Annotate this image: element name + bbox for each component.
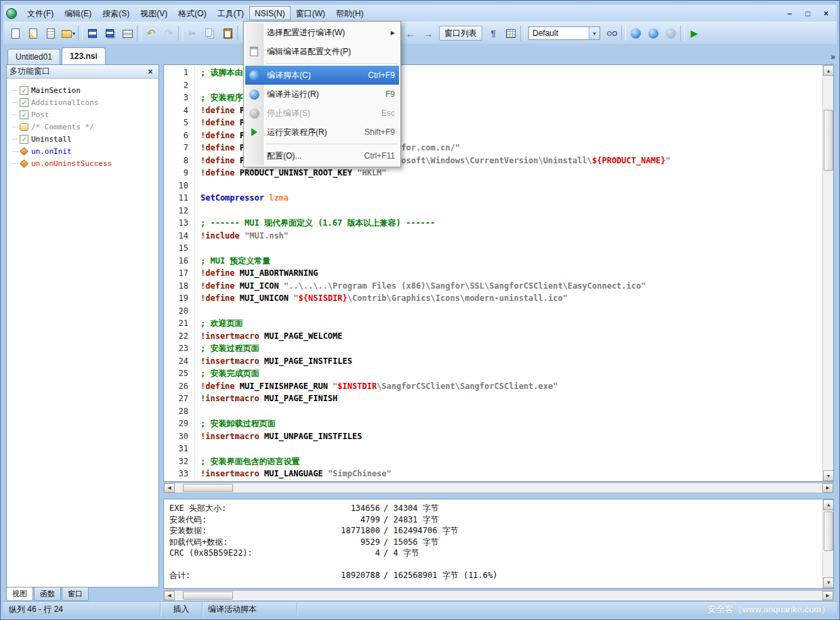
panel-tab-view[interactable]: 视图 (6, 587, 33, 601)
tree-connector (12, 90, 18, 91)
line-number: 5 (164, 117, 195, 129)
panel-close-icon[interactable]: × (145, 66, 156, 77)
window-list-button[interactable]: 窗口列表 (439, 26, 482, 41)
code-line: 11SetCompressor lzma (164, 192, 822, 205)
checkbox-checked-icon[interactable]: ✓ (20, 86, 28, 95)
menubar-item-menu-window[interactable]: 窗口(W) (291, 6, 331, 20)
nav-forward-button[interactable]: → (419, 25, 437, 41)
menubar-item-menu-format[interactable]: 格式(O) (173, 6, 211, 20)
menubar-item-menu-view[interactable]: 视图(V) (135, 6, 173, 20)
menubar-item-menu-search[interactable]: 搜索(S) (97, 6, 135, 20)
close-button[interactable]: × (817, 7, 835, 19)
tree-item-label: /* Comments */ (31, 123, 94, 131)
editor-horizontal-scrollbar[interactable]: ◀ ▶ (163, 482, 834, 493)
code-token (328, 381, 333, 391)
code-token: MUI_FINISHPAGE_RUN (240, 381, 328, 391)
syntax-combo[interactable]: Default▾ (528, 26, 600, 40)
tree-item-un-onuninstsuccess[interactable]: un.onUninstSuccess (12, 157, 156, 169)
code-line: 24!insertmacro MUI_PAGE_INSTFILES (164, 355, 822, 368)
output-label: 安装数据: (169, 525, 271, 537)
output-value: 18771800 (271, 525, 383, 537)
menubar-item-menu-help[interactable]: 帮助(H) (331, 6, 369, 20)
run-installer-button[interactable]: ▶ (686, 25, 703, 41)
scroll-left-icon[interactable]: ◀ (164, 483, 175, 493)
open-file-button[interactable]: ▾ (60, 25, 77, 41)
scroll-down-icon[interactable]: ▼ (823, 577, 834, 588)
paragraph-icon: ¶ (490, 28, 495, 39)
menubar-item-menu-nsis[interactable]: NSIS(N) (249, 6, 291, 20)
code-token: !define (201, 381, 235, 391)
line-number: 32 (164, 455, 195, 468)
output-vertical-scrollbar[interactable]: ▲ ▼ (822, 499, 833, 588)
scroll-right-icon[interactable]: ▶ (822, 483, 833, 493)
grid-icon (506, 29, 516, 38)
output-row (169, 559, 832, 571)
save-all-button[interactable] (101, 25, 119, 41)
compile-run-button[interactable] (644, 25, 662, 41)
scroll-up-icon[interactable]: ▲ (823, 499, 834, 510)
line-number: 2 (164, 79, 195, 92)
menu-item-compile-script[interactable]: 编译脚本(C)Ctrl+F9 (245, 66, 399, 85)
menubar-item-menu-file[interactable]: 文件(F) (22, 6, 59, 20)
minimize-button[interactable]: – (780, 7, 799, 19)
code-token: " (665, 156, 670, 165)
editor-vertical-scrollbar[interactable]: ▲ ▼ (822, 65, 833, 481)
code-token: !include (201, 231, 240, 241)
nav-back-button[interactable]: ← (402, 25, 419, 41)
code-line: 17!define MUI_ABORTWARNING (164, 267, 822, 280)
scroll-left-icon[interactable]: ◀ (164, 591, 175, 600)
scroll-down-icon[interactable]: ▼ (823, 470, 834, 481)
chevron-down-icon[interactable]: ▾ (589, 27, 600, 39)
grid-button[interactable] (502, 25, 520, 41)
open-file-icon (62, 30, 72, 38)
panel-tab-functions[interactable]: 函数 (34, 587, 61, 601)
output-horizontal-scrollbar[interactable]: ◀ ▶ (163, 590, 834, 601)
nav-back-icon: ← (406, 28, 416, 39)
preview-button[interactable] (603, 25, 621, 41)
tab-untitled01[interactable]: Untitled01 (7, 49, 60, 64)
menu-item-edit-config-file[interactable]: 编辑编译器配置文件(P) (245, 42, 399, 61)
new-file-button[interactable] (7, 25, 24, 41)
new-from-wizard-button[interactable] (24, 25, 42, 41)
scrollbar-thumb[interactable] (824, 512, 833, 551)
tab-overflow-chevron[interactable]: » (831, 52, 835, 64)
print-button[interactable] (119, 25, 136, 41)
restore-button[interactable]: □ (799, 7, 817, 19)
status-cells: 纵列 46 - 行 24插入编译活动脚本 (3, 602, 297, 617)
menubar-item-menu-edit[interactable]: 编辑(E) (59, 6, 97, 20)
checkbox-checked-icon[interactable]: ✓ (20, 98, 28, 107)
panel-bottom-tabs: 视图函数窗口 (6, 587, 89, 601)
scrollbar-thumb[interactable] (183, 484, 233, 492)
menu-item-compile-and-run[interactable]: 编译并运行(R)F9 (245, 85, 399, 104)
tree-item-un-oninit[interactable]: un.onInit (12, 145, 156, 157)
chevron-down-icon[interactable]: ▾ (72, 30, 75, 37)
tree-item-uninstall[interactable]: ✓Uninstall (12, 133, 156, 145)
code-token: ${NSISDIR} (299, 293, 348, 303)
undo-button[interactable]: ↶ (142, 25, 160, 41)
menu-item-run-installer[interactable]: 运行安装程序(R)Shift+F9 (245, 123, 399, 142)
tree-item-comments[interactable]: /* Comments */ (12, 121, 156, 133)
print-icon (123, 30, 133, 38)
checkbox-checked-icon[interactable]: ✓ (20, 110, 28, 119)
paragraph-button[interactable]: ¶ (484, 25, 502, 41)
menu-item-select-config[interactable]: 选择配置进行编译(W)▶ (245, 23, 399, 42)
panel-tab-windows[interactable]: 窗口 (62, 587, 89, 601)
save-button[interactable] (83, 25, 101, 41)
scrollbar-thumb[interactable] (183, 592, 233, 600)
menu-separator (266, 144, 398, 144)
code-token (259, 394, 264, 403)
menubar-item-menu-tools[interactable]: 工具(T) (212, 6, 249, 20)
scrollbar-thumb[interactable] (824, 110, 833, 171)
compile-script-button[interactable] (627, 25, 644, 41)
tab-123-nsi[interactable]: 123.nsi (62, 47, 106, 64)
tree-item-post[interactable]: ✓Post (12, 108, 156, 121)
scroll-right-icon[interactable]: ▶ (822, 591, 833, 600)
tree-item-mainsection[interactable]: ✓MainSection (12, 84, 156, 96)
tree-item-additionalicons[interactable]: ✓AdditionalIcons (12, 96, 156, 108)
checkbox-checked-icon[interactable]: ✓ (20, 135, 28, 144)
new-from-template-button[interactable] (42, 25, 60, 41)
paste-button[interactable] (219, 25, 236, 41)
menu-item-config[interactable]: 配置(O)...Ctrl+F11 (245, 146, 399, 165)
tree-connector (12, 139, 18, 140)
scroll-up-icon[interactable]: ▲ (823, 65, 834, 76)
